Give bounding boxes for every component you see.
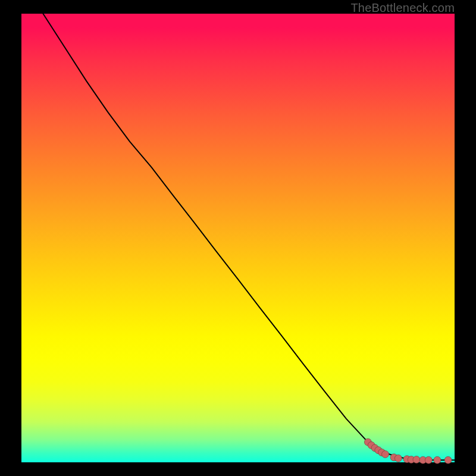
- chart-stage: TheBottleneck.com: [0, 0, 476, 476]
- plot-area: [21, 14, 455, 462]
- attribution-text: TheBottleneck.com: [350, 1, 455, 15]
